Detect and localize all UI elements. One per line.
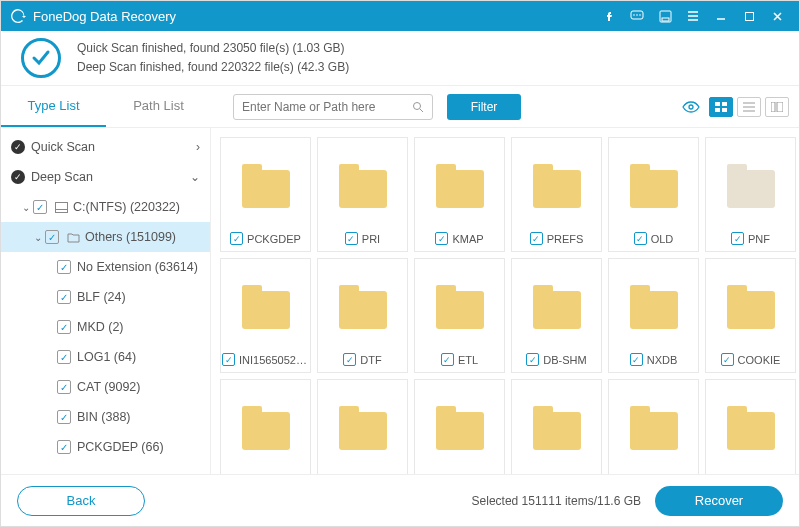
- sidebar-label: MKD (2): [77, 320, 124, 334]
- checkbox[interactable]: [33, 200, 47, 214]
- svg-rect-5: [662, 18, 669, 21]
- content-area: ✓ Quick Scan › ✓ Deep Scan ⌄ ⌄ C:(NTFS) …: [1, 128, 799, 474]
- folder-icon: [630, 412, 678, 450]
- sidebar-item[interactable]: BIN (388): [1, 402, 210, 432]
- checkbox[interactable]: [530, 232, 543, 245]
- sidebar: ✓ Quick Scan › ✓ Deep Scan ⌄ ⌄ C:(NTFS) …: [1, 128, 211, 474]
- recover-button[interactable]: Recover: [655, 486, 783, 516]
- sidebar-quick-scan[interactable]: ✓ Quick Scan ›: [1, 132, 210, 162]
- sidebar-drive[interactable]: ⌄ C:(NTFS) (220322): [1, 192, 210, 222]
- folder-icon: [727, 412, 775, 450]
- file-name: NXDB: [647, 354, 678, 366]
- view-grid-button[interactable]: [709, 97, 733, 117]
- file-cell[interactable]: NVX: [608, 379, 699, 474]
- view-mode-buttons: [709, 97, 789, 117]
- search-box[interactable]: [233, 94, 433, 120]
- checkbox[interactable]: [345, 232, 358, 245]
- file-cell[interactable]: COOKIE: [705, 258, 796, 373]
- folder-icon: [436, 170, 484, 208]
- checkbox[interactable]: [57, 410, 71, 424]
- checkbox[interactable]: [526, 353, 539, 366]
- svg-rect-12: [722, 108, 727, 112]
- sidebar-item[interactable]: MKD (2): [1, 312, 210, 342]
- folder-icon: [630, 170, 678, 208]
- minimize-icon[interactable]: [709, 4, 733, 28]
- folder-icon: [242, 412, 290, 450]
- app-logo-icon: [9, 7, 27, 25]
- file-cell[interactable]: PCKGDEP: [220, 137, 311, 252]
- chevron-down-icon: ⌄: [31, 232, 45, 243]
- file-cell[interactable]: UI: [317, 379, 408, 474]
- svg-point-3: [639, 14, 641, 16]
- folder-icon: [727, 170, 775, 208]
- checkbox[interactable]: [57, 350, 71, 364]
- file-cell[interactable]: KMAP: [414, 137, 505, 252]
- view-detail-button[interactable]: [765, 97, 789, 117]
- checkbox[interactable]: [57, 320, 71, 334]
- folder-icon: [533, 170, 581, 208]
- file-cell[interactable]: PREFS: [511, 137, 602, 252]
- sidebar-item[interactable]: No Extension (63614): [1, 252, 210, 282]
- checkbox[interactable]: [731, 232, 744, 245]
- scan-summary: Quick Scan finished, found 23050 file(s)…: [1, 31, 799, 86]
- file-cell[interactable]: INI1565052569: [220, 258, 311, 373]
- file-cell[interactable]: DATA: [705, 379, 796, 474]
- file-cell[interactable]: MANIFEST: [511, 379, 602, 474]
- save-icon[interactable]: [653, 4, 677, 28]
- sidebar-label: PCKGDEP (66): [77, 440, 164, 454]
- back-button[interactable]: Back: [17, 486, 145, 516]
- filter-button[interactable]: Filter: [447, 94, 521, 120]
- file-cell[interactable]: INI: [220, 379, 311, 474]
- checkbox[interactable]: [721, 353, 734, 366]
- search-icon[interactable]: [412, 101, 424, 113]
- sidebar-item[interactable]: CAT (9092): [1, 372, 210, 402]
- file-name: DTF: [360, 354, 381, 366]
- menu-icon[interactable]: [681, 4, 705, 28]
- sidebar-item[interactable]: LOG1 (64): [1, 342, 210, 372]
- file-cell[interactable]: NXDB: [608, 258, 699, 373]
- tab-path-list[interactable]: Path List: [106, 86, 211, 127]
- search-input[interactable]: [242, 100, 412, 114]
- file-cell[interactable]: DEF: [414, 379, 505, 474]
- folder-icon: [65, 232, 81, 243]
- checkbox[interactable]: [435, 232, 448, 245]
- checkbox[interactable]: [57, 440, 71, 454]
- sidebar-others[interactable]: ⌄ Others (151099): [1, 222, 210, 252]
- footer: Back Selected 151111 items/11.6 GB Recov…: [1, 474, 799, 526]
- tab-type-list[interactable]: Type List: [1, 86, 106, 127]
- checkbox[interactable]: [630, 353, 643, 366]
- file-cell[interactable]: ETL: [414, 258, 505, 373]
- file-name: ETL: [458, 354, 478, 366]
- file-cell[interactable]: DB-SHM: [511, 258, 602, 373]
- preview-toggle-icon[interactable]: [681, 100, 701, 114]
- checkbox[interactable]: [230, 232, 243, 245]
- checkbox[interactable]: [222, 353, 235, 366]
- app-title: FoneDog Data Recovery: [33, 9, 176, 24]
- checkbox[interactable]: [57, 260, 71, 274]
- close-icon[interactable]: [765, 4, 789, 28]
- feedback-icon[interactable]: [625, 4, 649, 28]
- sidebar-label: BLF (24): [77, 290, 126, 304]
- checkbox[interactable]: [634, 232, 647, 245]
- dot-icon: ✓: [11, 140, 25, 154]
- checkbox[interactable]: [343, 353, 356, 366]
- sidebar-deep-scan[interactable]: ✓ Deep Scan ⌄: [1, 162, 210, 192]
- file-cell[interactable]: PNF: [705, 137, 796, 252]
- check-circle-icon: [21, 38, 61, 78]
- checkbox[interactable]: [57, 290, 71, 304]
- maximize-icon[interactable]: [737, 4, 761, 28]
- svg-point-8: [689, 105, 693, 109]
- folder-icon: [533, 291, 581, 329]
- facebook-icon[interactable]: [597, 4, 621, 28]
- file-cell[interactable]: OLD: [608, 137, 699, 252]
- file-cell[interactable]: PRI: [317, 137, 408, 252]
- view-list-button[interactable]: [737, 97, 761, 117]
- checkbox[interactable]: [45, 230, 59, 244]
- titlebar: FoneDog Data Recovery: [1, 1, 799, 31]
- sidebar-item[interactable]: PCKGDEP (66): [1, 432, 210, 462]
- sidebar-item[interactable]: BLF (24): [1, 282, 210, 312]
- checkbox[interactable]: [441, 353, 454, 366]
- deep-scan-result: Deep Scan finished, found 220322 file(s)…: [77, 58, 349, 77]
- checkbox[interactable]: [57, 380, 71, 394]
- file-cell[interactable]: DTF: [317, 258, 408, 373]
